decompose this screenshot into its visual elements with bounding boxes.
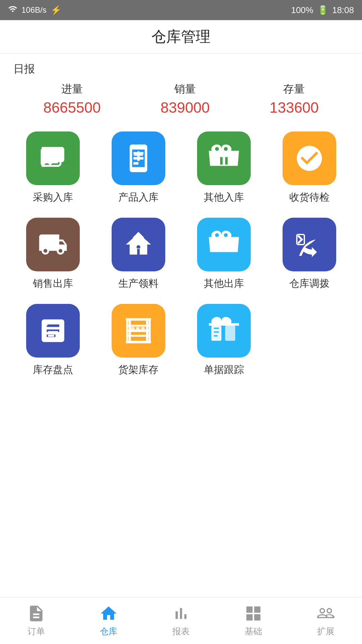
nav-warehouse-label: 仓库 [100, 626, 117, 637]
svg-rect-1 [47, 153, 49, 161]
sales-out-label: 销售出库 [33, 277, 73, 290]
page-title: 仓库管理 [152, 27, 210, 47]
menu-item-document-tracking[interactable]: 单据跟踪 [184, 304, 263, 377]
daily-report: 日报 进量 8665500 销量 839000 存量 133600 [0, 54, 362, 121]
svg-rect-8 [131, 327, 134, 331]
purchase-in-icon [26, 131, 80, 185]
menu-grid: 采购入库 产品入库 其他入库 收货待检 销售出库 生产领料 [0, 121, 362, 377]
warehouse-transfer-icon [283, 218, 336, 271]
app-header: 仓库管理 [0, 20, 362, 54]
menu-item-receive-check[interactable]: 收货待检 [270, 131, 349, 204]
status-left: 106B/s ⚡ [8, 4, 61, 16]
receive-check-icon [283, 131, 336, 185]
menu-item-production-material[interactable]: 生产领料 [99, 218, 178, 290]
time-display: 18:08 [332, 5, 354, 15]
stat-stock: 存量 133600 [269, 82, 319, 116]
warehouse-transfer-label: 仓库调拨 [289, 277, 329, 290]
menu-item-warehouse-transfer[interactable]: 仓库调拨 [270, 218, 349, 290]
production-material-icon [112, 218, 165, 271]
nav-item-basics[interactable]: 基础 [244, 604, 263, 637]
menu-item-other-in[interactable]: 其他入库 [184, 131, 263, 204]
daily-label: 日报 [13, 62, 349, 76]
product-in-label: 产品入库 [118, 191, 159, 204]
shelf-inventory-label: 货架库存 [118, 363, 159, 377]
orders-icon [27, 604, 46, 623]
nav-basics-label: 基础 [245, 626, 262, 637]
menu-item-shelf-inventory[interactable]: 货架库存 [99, 304, 178, 377]
nav-item-reports[interactable]: 报表 [172, 604, 190, 637]
stat-sales-title: 销量 [161, 82, 210, 97]
menu-item-purchase-in[interactable]: 采购入库 [13, 131, 92, 204]
svg-rect-3 [42, 155, 45, 167]
stats-row: 进量 8665500 销量 839000 存量 133600 [13, 82, 349, 116]
bottom-nav: 订单 仓库 报表 基础 扩展 [0, 597, 362, 644]
menu-item-inventory-count[interactable]: 库存盘点 [13, 304, 92, 377]
stat-stock-title: 存量 [269, 82, 319, 97]
svg-rect-10 [141, 327, 144, 331]
network-speed: 106B/s [21, 5, 47, 15]
stat-inbound-title: 进量 [43, 82, 101, 97]
menu-item-other-out[interactable]: 其他出库 [184, 218, 263, 290]
menu-item-sales-out[interactable]: 销售出库 [13, 218, 92, 290]
sales-out-icon [26, 218, 80, 271]
receive-check-label: 收货待检 [289, 191, 329, 204]
battery-percent: 100% [291, 5, 313, 15]
production-material-label: 生产领料 [118, 277, 159, 290]
usb-icon: ⚡ [51, 5, 61, 15]
purchase-in-label: 采购入库 [33, 191, 73, 204]
document-tracking-icon [197, 304, 251, 358]
stat-inbound: 进量 8665500 [43, 82, 101, 116]
nav-item-extend[interactable]: 扩展 [316, 604, 335, 637]
signal-icon [8, 4, 17, 16]
reports-icon [172, 604, 190, 623]
nav-orders-label: 订单 [27, 626, 45, 637]
inventory-count-icon [26, 304, 80, 358]
svg-rect-12 [225, 326, 235, 341]
inventory-count-label: 库存盘点 [33, 363, 73, 377]
battery-icon: 🔋 [317, 5, 328, 15]
stat-sales: 销量 839000 [161, 82, 210, 116]
other-out-icon [197, 218, 251, 271]
shelf-inventory-icon [112, 304, 165, 358]
nav-reports-label: 报表 [172, 626, 190, 637]
stat-stock-value: 133600 [269, 99, 319, 116]
other-out-label: 其他出库 [204, 277, 244, 290]
stat-sales-value: 839000 [161, 99, 210, 116]
menu-item-product-in[interactable]: 产品入库 [99, 131, 178, 204]
warehouse-icon [99, 604, 118, 623]
basics-icon [244, 604, 263, 623]
status-right: 100% 🔋 18:08 [291, 5, 354, 15]
status-bar: 106B/s ⚡ 100% 🔋 18:08 [0, 0, 362, 20]
nav-item-orders[interactable]: 订单 [27, 604, 46, 637]
nav-item-warehouse[interactable]: 仓库 [99, 604, 118, 637]
svg-rect-9 [136, 327, 139, 331]
product-in-icon [112, 131, 165, 185]
stat-inbound-value: 8665500 [43, 99, 101, 116]
document-tracking-label: 单据跟踪 [204, 363, 244, 377]
other-in-icon [197, 131, 251, 185]
other-in-label: 其他入库 [204, 191, 244, 204]
nav-extend-label: 扩展 [317, 626, 335, 637]
extend-icon [316, 604, 335, 623]
svg-rect-6 [43, 321, 48, 326]
